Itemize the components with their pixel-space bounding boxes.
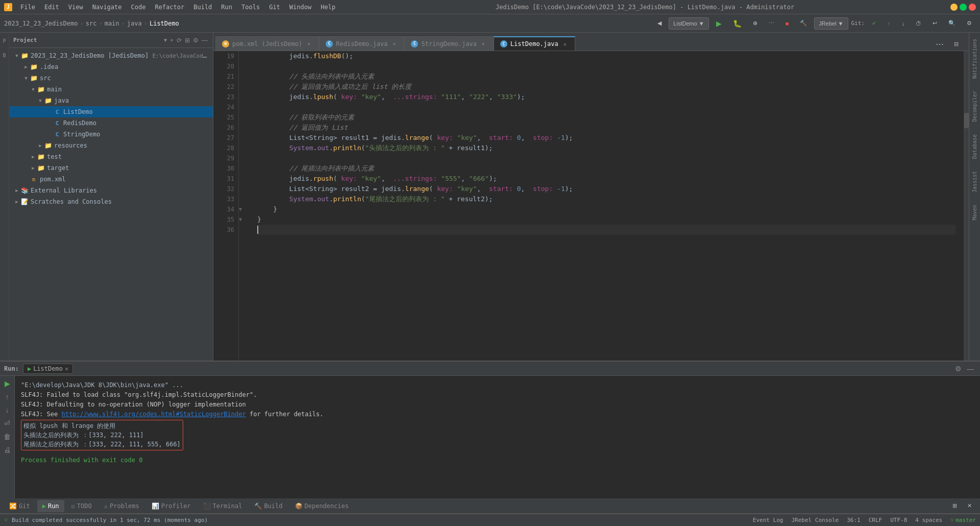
- code-editor[interactable]: 19 20 21 22 23 24 25 26 27 28 29 30 31 3…: [213, 51, 969, 361]
- menu-build[interactable]: Build: [189, 3, 216, 12]
- bottom-restore[interactable]: ⊞: [948, 499, 961, 513]
- tab-close-redis[interactable]: ✕: [390, 40, 398, 47]
- git-pull[interactable]: ↓: [898, 17, 909, 30]
- scrollbar-thumb[interactable]: [964, 113, 969, 128]
- split-editor[interactable]: ⊟: [950, 37, 963, 51]
- fold-34[interactable]: ▼: [239, 204, 249, 214]
- sidebar-dropdown[interactable]: ▼: [164, 37, 167, 43]
- menu-navigate[interactable]: Navigate: [88, 3, 126, 12]
- menu-window[interactable]: Window: [285, 3, 315, 12]
- tree-java[interactable]: ▼ 📁 java: [9, 95, 213, 106]
- tree-external[interactable]: ▶ 📚 External Libraries: [9, 185, 213, 196]
- tab-close-pom[interactable]: ✕: [305, 40, 312, 47]
- status-jrebel[interactable]: JRebel Console: [791, 517, 839, 523]
- database-panel[interactable]: Database: [971, 130, 978, 163]
- more-run-button[interactable]: ⋯: [765, 17, 778, 30]
- sidebar-expand[interactable]: ⊞: [184, 36, 191, 45]
- run-settings[interactable]: ⚙: [953, 364, 964, 374]
- bottom-close[interactable]: ✕: [963, 499, 976, 513]
- minimize-button[interactable]: [950, 4, 958, 11]
- tree-string-demo[interactable]: C StringDemo: [9, 129, 213, 140]
- bottom-tab-run[interactable]: ▶ Run: [37, 500, 64, 512]
- tree-scratches[interactable]: ▶ 📝 Scratches and Consoles: [9, 196, 213, 207]
- jrebel-config[interactable]: JRebel ▼: [814, 17, 848, 30]
- close-button[interactable]: [969, 4, 976, 11]
- debug-button[interactable]: 🐛: [729, 17, 746, 30]
- stop-button[interactable]: ■: [781, 17, 793, 30]
- notifications-panel[interactable]: Notifications: [971, 35, 978, 83]
- status-indent[interactable]: 4 spaces: [915, 517, 942, 523]
- tree-list-demo[interactable]: C ListDemo: [9, 106, 213, 117]
- bookmarks-icon[interactable]: B: [1, 51, 9, 59]
- rerun-button[interactable]: ▶: [3, 378, 12, 389]
- breadcrumb-main[interactable]: main: [105, 20, 119, 27]
- tab-close-list[interactable]: ✕: [561, 40, 569, 47]
- tree-test[interactable]: ▶ 📁 test: [9, 151, 213, 162]
- sidebar-settings[interactable]: ⚙: [192, 36, 200, 45]
- tab-list[interactable]: C ListDemo.java ✕: [494, 36, 575, 51]
- menu-tools[interactable]: Tools: [237, 3, 264, 12]
- sidebar-add[interactable]: +: [169, 36, 175, 45]
- menu-file[interactable]: File: [16, 3, 39, 12]
- scroll-down-btn[interactable]: ↓: [4, 404, 11, 416]
- git-commit[interactable]: ✓: [868, 17, 880, 30]
- clear-console-btn[interactable]: 🗑: [2, 431, 12, 442]
- breadcrumb-project[interactable]: 2023_12_23_JedisDemo: [4, 20, 78, 27]
- tree-redis-demo[interactable]: C RedisDemo: [9, 117, 213, 129]
- soft-wrap-btn[interactable]: ⏎: [3, 418, 12, 429]
- maximize-button[interactable]: [960, 4, 967, 11]
- nav-back[interactable]: ◀: [653, 17, 666, 30]
- menu-code[interactable]: Code: [127, 3, 150, 12]
- tree-src[interactable]: ▼ 📁 src: [9, 73, 213, 84]
- jassist-panel[interactable]: Jassist: [971, 167, 978, 197]
- tab-redis[interactable]: C RedisDemo.java ✕: [319, 36, 404, 51]
- status-encoding[interactable]: UTF-8: [890, 517, 907, 523]
- bottom-tab-problems[interactable]: ⚠ Problems: [99, 500, 144, 512]
- search-button[interactable]: 🔍: [944, 17, 960, 30]
- breadcrumb-java[interactable]: java: [127, 20, 142, 27]
- tree-project-root[interactable]: ▼ 📁 2023_12_23_JedisDemo [JedisDemo] E:\…: [9, 50, 213, 61]
- git-push[interactable]: ↑: [884, 17, 895, 30]
- editor-scrollbar[interactable]: [964, 51, 969, 361]
- tree-main[interactable]: ▼ 📁 main: [9, 84, 213, 95]
- status-branch[interactable]: ⑂ master: [950, 517, 976, 523]
- settings-button[interactable]: ⚙: [963, 17, 976, 30]
- menu-help[interactable]: Help: [316, 3, 339, 12]
- fold-35[interactable]: ▼: [239, 214, 249, 225]
- run-config-selector[interactable]: ListDemo ▼: [669, 17, 708, 30]
- menu-view[interactable]: View: [64, 3, 87, 12]
- sidebar-sync[interactable]: ⟳: [176, 36, 183, 45]
- decompiler-panel[interactable]: Decompiler: [971, 87, 978, 126]
- menu-refactor[interactable]: Refactor: [151, 3, 188, 12]
- tab-close-string[interactable]: ✕: [480, 40, 487, 47]
- bottom-tab-todo[interactable]: ☑ TODO: [66, 500, 97, 512]
- build-button[interactable]: 🔨: [796, 17, 811, 30]
- bottom-tab-dependencies[interactable]: 📦 Dependencies: [290, 500, 354, 512]
- project-icon[interactable]: P: [1, 37, 9, 45]
- tree-resources[interactable]: ▶ 📁 resources: [9, 140, 213, 151]
- sidebar-close[interactable]: —: [201, 36, 209, 45]
- status-event-log[interactable]: Event Log: [753, 517, 783, 523]
- bottom-tab-profiler[interactable]: 📊 Profiler: [146, 500, 196, 512]
- tab-pom[interactable]: m pom.xml (JedisDemo) ✕: [215, 36, 319, 51]
- editor-more-tabs[interactable]: ⋯: [932, 37, 948, 51]
- run-tab-listdemo[interactable]: ▶ ListDemo ✕: [23, 364, 73, 374]
- print-btn[interactable]: 🖨: [2, 444, 12, 456]
- slf4j-link[interactable]: http://www.slf4j.org/codes.html#StaticLo…: [61, 411, 246, 418]
- bottom-tab-git[interactable]: 🔀 Git: [4, 500, 35, 512]
- coverage-button[interactable]: ⊕: [749, 17, 762, 30]
- tab-string[interactable]: C StringDemo.java ✕: [404, 36, 493, 51]
- menu-edit[interactable]: Edit: [40, 3, 63, 12]
- git-rollback[interactable]: ↩: [928, 17, 941, 30]
- tree-idea[interactable]: ▶ 📁 .idea: [9, 61, 213, 73]
- git-history[interactable]: ⏱: [912, 17, 925, 30]
- menu-run[interactable]: Run: [217, 3, 236, 12]
- run-panel-close[interactable]: —: [965, 364, 976, 374]
- scroll-up-btn[interactable]: ↑: [4, 391, 11, 402]
- breadcrumb-file[interactable]: ListDemo: [150, 20, 179, 27]
- bottom-tab-build[interactable]: 🔨 Build: [249, 500, 287, 512]
- bottom-tab-terminal[interactable]: ⬛ Terminal: [198, 500, 248, 512]
- run-tab-close[interactable]: ✕: [65, 365, 68, 372]
- code-content[interactable]: jedis.flushDB(); // 头插法向列表中插入元素 // 返回值为插…: [249, 51, 964, 361]
- menu-git[interactable]: Git: [265, 3, 284, 12]
